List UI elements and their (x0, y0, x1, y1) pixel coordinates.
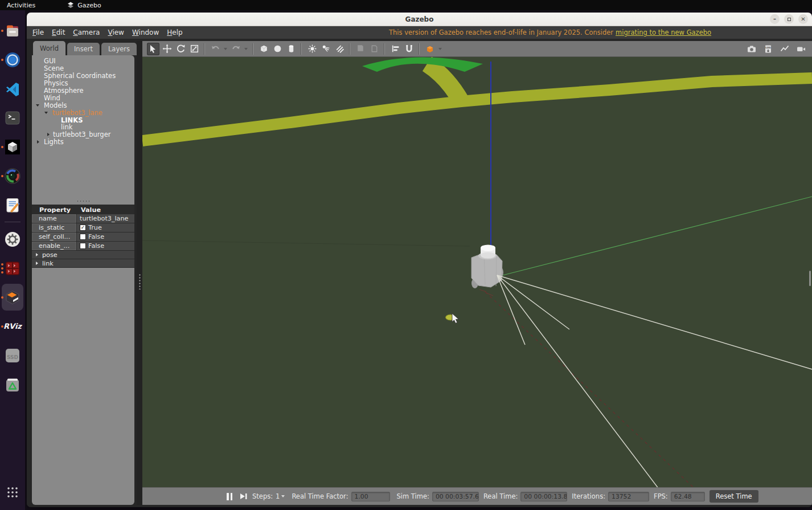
dock-item-terminal[interactable] (0, 103, 25, 132)
tab-layers[interactable]: Layers (101, 43, 137, 55)
dock-item-rviz[interactable]: RViz (0, 312, 25, 341)
menu-help[interactable]: Help (167, 28, 182, 36)
collapse-arrow-icon[interactable] (44, 112, 48, 114)
select-arrow-tool[interactable] (147, 43, 159, 55)
tree-item-turtlebot3-burger[interactable]: turtlebot3_burger (32, 131, 134, 138)
property-group-pose[interactable]: pose (32, 251, 134, 259)
render-canvas-3d[interactable] (142, 57, 812, 487)
tree-item-wind[interactable]: Wind (32, 94, 134, 101)
align-tool[interactable] (389, 43, 401, 55)
copy-button[interactable] (354, 43, 367, 55)
window-titlebar[interactable]: Gazebo – ✕ (27, 13, 812, 26)
tree-item-lights[interactable]: Lights (32, 138, 134, 146)
real-time-field[interactable]: 00 00:00:13.859 (520, 492, 567, 501)
turtlebot3-burger-model[interactable] (471, 245, 503, 289)
menu-file[interactable]: File (32, 28, 44, 36)
translate-tool[interactable] (161, 43, 173, 55)
steps-spinner-caret[interactable] (281, 495, 285, 497)
log-record-button[interactable]: LOG (762, 43, 774, 55)
ground-grid-line (142, 240, 470, 246)
spot-light-tool[interactable] (319, 43, 332, 55)
tab-world[interactable]: World (33, 41, 65, 55)
property-table-header: Property Value (32, 205, 134, 214)
dock-item-settings[interactable] (0, 225, 25, 254)
insert-cylinder-tool[interactable] (285, 43, 297, 55)
screenshot-button[interactable] (745, 43, 758, 55)
rotate-tool[interactable] (174, 43, 187, 55)
property-value[interactable]: turtlebot3_lane (77, 214, 134, 223)
property-label: enable_... (32, 242, 77, 250)
checkbox-unchecked-icon[interactable] (80, 243, 86, 249)
viewport-scrollbar-nub[interactable] (809, 271, 811, 286)
redo-history-caret[interactable] (244, 48, 248, 50)
group-label: pose (42, 251, 58, 259)
paste-button[interactable] (368, 43, 380, 55)
dock-item-terminator[interactable] (0, 254, 25, 283)
property-group-link[interactable]: link (32, 259, 134, 268)
activities-button[interactable]: Activities (7, 2, 35, 9)
tree-item-spherical-coordinates[interactable]: Spherical Coordinates (32, 72, 134, 80)
tree-item-atmosphere[interactable]: Atmosphere (32, 87, 134, 95)
plot-window-button[interactable] (778, 43, 791, 55)
step-forward-button[interactable] (239, 492, 248, 501)
minimize-button[interactable]: – (770, 14, 780, 24)
menu-window[interactable]: Window (132, 28, 159, 36)
checkbox-checked-icon[interactable] (80, 225, 86, 231)
show-applications-button[interactable] (0, 478, 25, 507)
reset-time-button[interactable]: Reset Time (710, 490, 758, 503)
scale-tool[interactable] (188, 43, 200, 55)
splitter-grip[interactable] (139, 274, 141, 289)
focused-app-menu[interactable]: Gazebo (67, 2, 101, 9)
insert-sphere-tool[interactable] (271, 43, 284, 55)
point-light-tool[interactable] (306, 43, 318, 55)
rviz-logo: RViz (3, 322, 22, 331)
tab-insert[interactable]: Insert (67, 43, 100, 55)
dock-item-vscode[interactable] (0, 74, 25, 103)
magnet-icon (404, 44, 414, 54)
undo-history-caret[interactable] (224, 48, 227, 50)
dock-item-text-editor[interactable] (0, 190, 25, 219)
rtf-field[interactable]: 1.00 (351, 492, 390, 501)
dock-item-gazebo-classic[interactable] (0, 132, 25, 161)
property-value-text: turtlebot3_lane (80, 215, 128, 222)
menu-camera[interactable]: Camera (73, 28, 100, 36)
expand-arrow-icon[interactable] (47, 133, 50, 136)
eol-warning-link[interactable]: migrating to the new Gazebo (616, 28, 711, 36)
insert-box-tool[interactable] (257, 43, 270, 55)
tree-item-scene[interactable]: Scene (32, 65, 134, 72)
snap-magnet-tool[interactable] (403, 43, 415, 55)
fps-field[interactable]: 62.48 (671, 492, 705, 501)
close-button[interactable]: ✕ (798, 14, 808, 24)
menu-edit[interactable]: Edit (52, 28, 65, 36)
panel-splitter-handle[interactable] (76, 200, 90, 202)
dock-item-ssd-drive[interactable]: SSD (0, 341, 25, 370)
video-record-button[interactable] (795, 43, 807, 55)
tree-item-models[interactable]: Models (32, 101, 134, 109)
checkbox-unchecked-icon[interactable] (80, 234, 86, 240)
iterations-field[interactable]: 13752 (608, 492, 649, 501)
tree-item-physics[interactable]: Physics (32, 80, 134, 87)
insert-orange-box-tool[interactable] (424, 43, 436, 55)
pause-button[interactable] (227, 493, 232, 500)
directional-light-tool[interactable] (333, 43, 346, 55)
dock-item-gazebo-sim[interactable] (0, 283, 25, 312)
undo-button[interactable] (209, 43, 222, 55)
steps-value[interactable]: 1 (276, 492, 280, 500)
dock-item-camera-lens[interactable] (0, 161, 25, 190)
tree-label-selected: turtlebot3_lane (32, 109, 102, 117)
redo-button[interactable] (229, 43, 242, 55)
tree-item-link[interactable]: link (32, 124, 134, 131)
collapse-arrow-icon[interactable] (36, 104, 39, 107)
dock-item-chromium[interactable] (0, 45, 25, 74)
orange-box-caret[interactable] (438, 48, 442, 50)
panel-viewport-splitter[interactable] (137, 41, 142, 505)
dock-item-files[interactable] (0, 16, 25, 45)
tree-item-links-header[interactable]: LINKS (32, 116, 134, 124)
menu-view[interactable]: View (108, 28, 124, 36)
sim-time-field[interactable]: 00 00:03:57.663 (432, 492, 479, 501)
maximize-button[interactable] (784, 14, 794, 24)
expand-arrow-icon[interactable] (37, 140, 39, 144)
tree-item-gui[interactable]: GUI (32, 58, 134, 65)
dock-item-trash[interactable] (0, 370, 25, 399)
tree-item-turtlebot3-lane[interactable]: turtlebot3_lane (32, 109, 134, 116)
